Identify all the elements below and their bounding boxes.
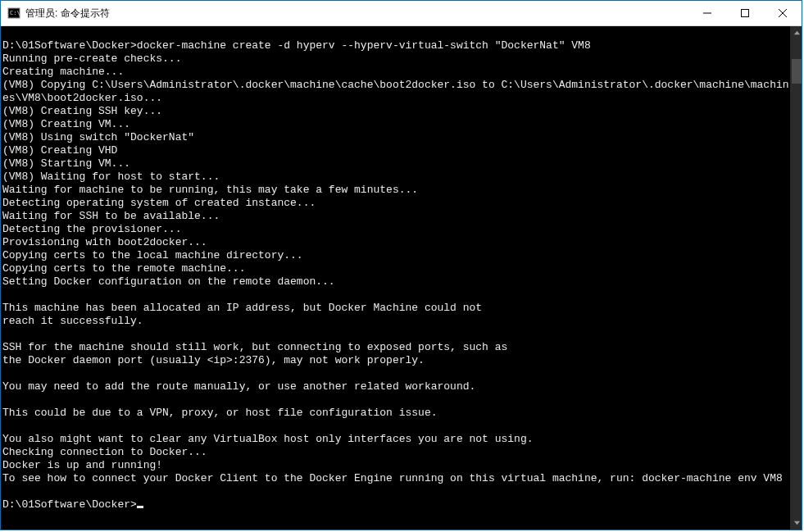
- terminal-line: Provisioning with boot2docker...: [2, 236, 790, 249]
- terminal-line: Copying certs to the remote machine...: [2, 262, 790, 275]
- window-title: 管理员: 命令提示符: [25, 7, 110, 20]
- titlebar[interactable]: C:\ 管理员: 命令提示符: [1, 1, 802, 26]
- terminal-line: To see how to connect your Docker Client…: [2, 472, 790, 485]
- minimize-button[interactable]: [688, 1, 726, 25]
- scroll-up-button[interactable]: [790, 26, 802, 40]
- terminal-line: [2, 393, 790, 407]
- terminal-line: D:\01Software\Docker>docker-machine crea…: [2, 39, 790, 52]
- terminal-line: (VM8) Copying C:\Users\Administrator\.do…: [2, 79, 790, 105]
- terminal-line: This machine has been allocated an IP ad…: [2, 302, 790, 315]
- terminal-line: [2, 26, 790, 39]
- terminal-line: (VM8) Waiting for host to start...: [2, 171, 790, 184]
- terminal-line: SSH for the machine should still work, b…: [2, 341, 790, 354]
- terminal-line: [2, 420, 790, 433]
- terminal-line: reach it successfully.: [2, 315, 790, 328]
- terminal-line: Setting Docker configuration on the remo…: [2, 275, 790, 289]
- vertical-scrollbar[interactable]: [790, 26, 802, 530]
- command-prompt-window: C:\ 管理员: 命令提示符 D:\01Software\Docker>dock…: [0, 0, 802, 530]
- terminal-line: (VM8) Creating SSH key...: [2, 105, 790, 118]
- terminal-line: Waiting for machine to be running, this …: [2, 184, 790, 197]
- terminal-line: Running pre-create checks...: [2, 52, 790, 66]
- terminal-line: You also might want to clear any Virtual…: [2, 433, 790, 446]
- terminal-prompt-line[interactable]: D:\01Software\Docker>: [2, 498, 790, 512]
- terminal-area: D:\01Software\Docker>docker-machine crea…: [1, 26, 802, 530]
- scroll-thumb[interactable]: [792, 59, 802, 84]
- terminal-line: (VM8) Starting VM...: [2, 157, 790, 171]
- svg-text:C:\: C:\: [10, 10, 20, 16]
- terminal-line: (VM8) Using switch "DockerNat": [2, 131, 790, 144]
- terminal-line: [2, 485, 790, 498]
- terminal-line: This could be due to a VPN, proxy, or ho…: [2, 407, 790, 420]
- terminal-line: Checking connection to Docker...: [2, 446, 790, 459]
- terminal-line: Copying certs to the local machine direc…: [2, 249, 790, 262]
- cursor: [137, 506, 143, 508]
- terminal-line: [2, 328, 790, 341]
- terminal-line: Detecting the provisioner...: [2, 223, 790, 236]
- terminal-line: [2, 289, 790, 302]
- scroll-down-button[interactable]: [790, 516, 802, 530]
- close-button[interactable]: [764, 1, 802, 25]
- maximize-button[interactable]: [726, 1, 764, 25]
- terminal-line: You may need to add the route manually, …: [2, 380, 790, 393]
- terminal-prompt: D:\01Software\Docker>: [2, 498, 137, 511]
- svg-rect-3: [742, 10, 749, 17]
- terminal-output[interactable]: D:\01Software\Docker>docker-machine crea…: [1, 26, 790, 530]
- terminal-line: Creating machine...: [2, 66, 790, 79]
- terminal-line: Docker is up and running!: [2, 459, 790, 472]
- app-icon: C:\: [7, 7, 20, 20]
- terminal-line: Detecting operating system of created in…: [2, 197, 790, 210]
- terminal-line: (VM8) Creating VHD: [2, 144, 790, 157]
- terminal-line: the Docker daemon port (usually <ip>:237…: [2, 354, 790, 367]
- terminal-line: Waiting for SSH to be available...: [2, 210, 790, 223]
- terminal-line: (VM8) Creating VM...: [2, 118, 790, 131]
- terminal-line: [2, 367, 790, 380]
